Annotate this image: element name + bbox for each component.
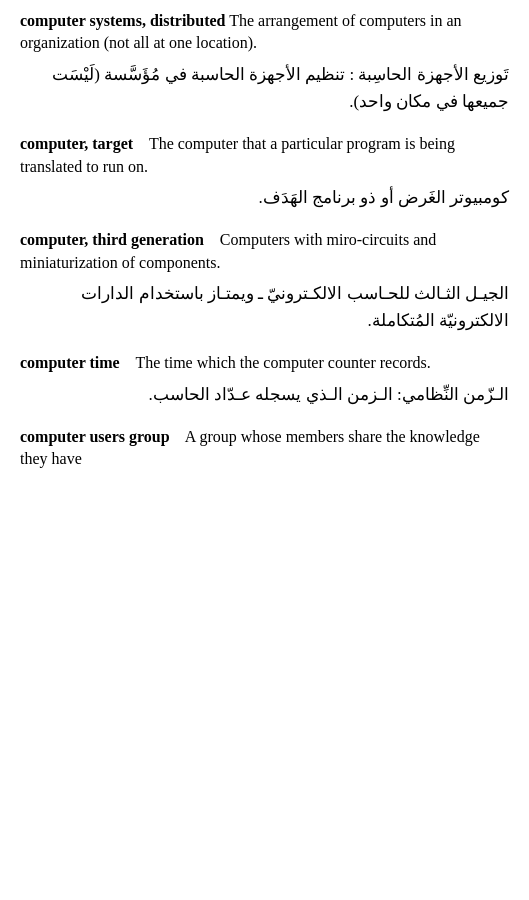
entry-computer-systems-distributed: computer systems, distributed The arrang… — [20, 10, 509, 115]
entry-arabic: كومبيوتر الغَرض أو ذو برنامج الهَدَف. — [20, 184, 509, 211]
entry-computer-third-generation: computer, third generation Computers wit… — [20, 229, 509, 334]
entry-en-text: computer systems, distributed The arrang… — [20, 10, 509, 55]
entry-term: computer, third generation — [20, 231, 204, 248]
entry-term: computer time — [20, 354, 120, 371]
entry-computer-time: computer time The time which the compute… — [20, 352, 509, 408]
entry-en-text: computer users group A group whose membe… — [20, 426, 509, 471]
entry-term: computer, target — [20, 135, 133, 152]
entry-def: The time which the computer counter reco… — [135, 354, 430, 371]
entry-computer-users-group: computer users group A group whose membe… — [20, 426, 509, 471]
entry-en-text: computer time The time which the compute… — [20, 352, 509, 374]
entry-term: computer users group — [20, 428, 170, 445]
entry-arabic: تَوزيع الأجهزة الحاسِبة : تنظيم الأجهزة … — [20, 61, 509, 115]
entry-en-text: computer, target The computer that a par… — [20, 133, 509, 178]
entry-arabic: الـزّمن النِّظامي: الـزمن الـذي يسجله عـ… — [20, 381, 509, 408]
entry-arabic: الجيـل الثـالث للحـاسب الالكـترونيّ ـ وي… — [20, 280, 509, 334]
entry-en-text: computer, third generation Computers wit… — [20, 229, 509, 274]
entry-term: computer systems, distributed — [20, 12, 225, 29]
entry-computer-target: computer, target The computer that a par… — [20, 133, 509, 211]
